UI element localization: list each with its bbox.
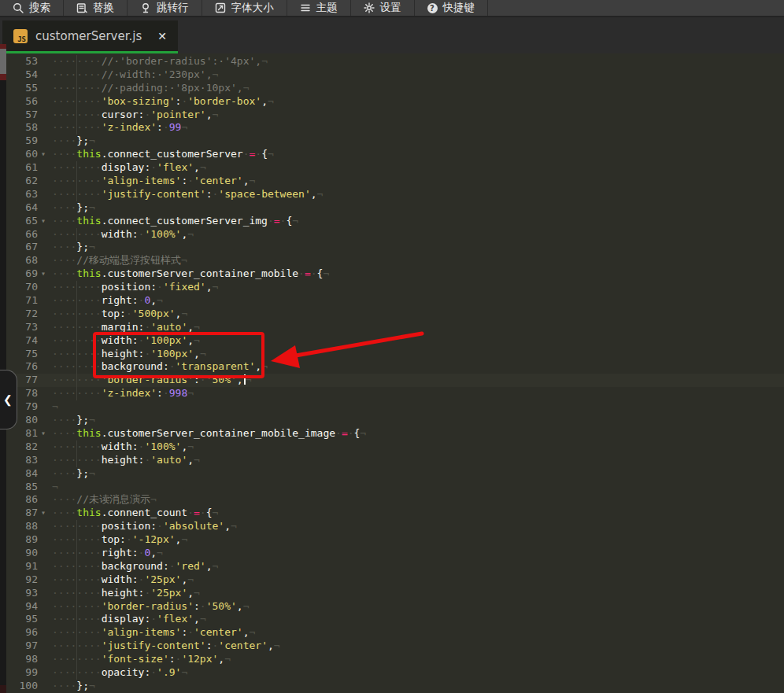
code-text: ····};¬ [49,135,784,148]
code-line-91[interactable]: 91········background:·'red',¬ [6,560,784,573]
code-line-93[interactable]: 93········height:·'25px',¬ [6,587,784,600]
code-line-53[interactable]: 53········//·'border-radius':·'4px',¬ [6,55,784,68]
theme-button[interactable]: 主题 [287,0,351,16]
line-number: 85 [6,481,49,494]
code-line-89[interactable]: 89········top:·'-12px',¬ [6,533,784,547]
fold-arrow-icon[interactable]: ▾ [38,215,49,228]
code-line-55[interactable]: 55········//·padding:·'8px·10px',¬ [6,82,784,95]
code-line-65[interactable]: 65▾····this.connect_customerServer_img·=… [6,215,784,228]
code-line-82[interactable]: 82········width:·'100%',¬ [6,440,784,454]
fold-arrow-icon[interactable]: ▾ [38,427,49,440]
fold-arrow-icon[interactable]: ▾ [38,267,49,281]
code-text: ········//·padding:·'8px·10px',¬ [49,82,784,95]
code-editor[interactable]: 53········//·'border-radius':·'4px',¬54·… [6,55,784,693]
code-line-84[interactable]: 84····};¬ [6,467,784,481]
code-line-86[interactable]: 86····//未读消息演示¬ [6,493,784,507]
code-line-99[interactable]: 99········opacity:·'.9'¬ [6,666,784,680]
code-text: ········top:·'-12px',¬ [49,533,784,547]
code-line-77[interactable]: 77········'border-radius':·'50%',¬ [6,374,784,387]
code-text: ········'z-index':·99¬ [49,121,784,135]
code-text: ····this.connect_customerServer_img·=·{¬ [49,215,784,228]
line-number: 55 [6,82,49,95]
code-text: ········height:·'25px',¬ [49,587,784,600]
code-line-56[interactable]: 56········'box-sizing':·'border-box',¬ [6,95,784,109]
tab-close-icon[interactable]: ✕ [157,30,167,42]
code-line-61[interactable]: 61········display:·'flex',¬ [6,161,784,175]
js-file-icon: JS [13,29,28,43]
toolbar-label-replace: 替换 [93,1,114,15]
code-text: ········//·width:·'230px',¬ [49,68,784,82]
code-line-94[interactable]: 94········'border-radius':·'50%',¬ [6,600,784,614]
code-line-88[interactable]: 88········position:·'absolute',¬ [6,520,784,533]
code-text: ········cursor:·'pointer',¬ [49,109,784,122]
line-number: 56 [6,95,49,109]
scrollbar-thumb[interactable] [0,49,6,74]
line-number: 96 [6,626,49,640]
code-text: ····this.connect_customerServer·=·{¬ [49,148,784,161]
goto-line-button[interactable]: 跳转行 [128,0,202,16]
code-line-75[interactable]: 75········height:·'100px',¬ [6,348,784,361]
code-line-70[interactable]: 70········position:·'fixed',¬ [6,281,784,294]
code-line-64[interactable]: 64····};¬ [6,201,784,215]
code-line-68[interactable]: 68····//移动端悬浮按钮样式¬ [6,254,784,267]
code-line-58[interactable]: 58········'z-index':·99¬ [6,121,784,135]
code-line-97[interactable]: 97········'justify-content':·'center',¬ [6,640,784,653]
code-line-92[interactable]: 92········width:·'25px',¬ [6,573,784,587]
fold-arrow-icon[interactable]: ▾ [38,507,49,520]
code-line-79[interactable]: 79¬ [6,400,784,414]
goto-line-icon [140,2,151,13]
toolbar-label-search: 搜索 [29,1,50,15]
line-number: 70 [6,281,49,294]
font-size-button[interactable]: 字体大小 [202,0,287,16]
code-line-85[interactable]: 85¬ [6,481,784,494]
code-line-60[interactable]: 60▾····this.connect_customerServer·=·{¬ [6,148,784,161]
code-line-90[interactable]: 90········right:·0,¬ [6,547,784,560]
code-text: ····};¬ [49,467,784,481]
code-line-80[interactable]: 80····};¬ [6,414,784,427]
search-button[interactable]: 搜索 [0,0,64,16]
code-line-98[interactable]: 98········'font-size':·'12px',¬ [6,653,784,666]
code-line-57[interactable]: 57········cursor:·'pointer',¬ [6,109,784,122]
code-text: ········width:·'25px',¬ [49,573,784,587]
settings-button[interactable]: 设置 [351,0,415,16]
search-icon [13,2,24,13]
chevron-left-icon: ❮ [0,393,13,406]
code-line-54[interactable]: 54········//·width:·'230px',¬ [6,68,784,82]
shortcuts-button[interactable]: ? 快捷键 [415,0,489,16]
code-line-69[interactable]: 69▾····this.customerServer_container_mob… [6,267,784,281]
code-line-95[interactable]: 95········display:·'flex',¬ [6,613,784,626]
code-line-81[interactable]: 81▾····this.customerServer_container_mob… [6,427,784,440]
code-line-67[interactable]: 67····};¬ [6,241,784,254]
code-line-72[interactable]: 72········top:·'500px',¬ [6,308,784,321]
code-text: ····};¬ [49,414,784,427]
code-line-76[interactable]: 76········background:·'transparent',¬ [6,360,784,374]
code-line-96[interactable]: 96········'align-items':·'center',¬ [6,626,784,640]
code-text: ········//·'border-radius':·'4px',¬ [49,55,784,68]
code-text: ········background:·'red',¬ [49,560,784,573]
code-line-62[interactable]: 62········'align-items':·'center',¬ [6,175,784,188]
replace-button[interactable]: 替换 [64,0,128,16]
code-line-63[interactable]: 63········'justify-content':·'space-betw… [6,188,784,201]
code-line-87[interactable]: 87▾····this.connent_count·=·{¬ [6,507,784,520]
replace-icon [76,2,87,13]
code-line-66[interactable]: 66········width:·'100%',¬ [6,228,784,241]
code-line-78[interactable]: 78········'z-index':·998¬ [6,387,784,400]
code-line-83[interactable]: 83········height:·'auto',¬ [6,454,784,467]
sidebar-collapse-handle[interactable]: ❮ [0,370,17,429]
code-text: ¬ [49,481,784,494]
tab-customerserver-js[interactable]: JS customerServer.js ✕ [2,20,178,53]
code-text: ········top:·'500px',¬ [49,308,784,321]
code-line-59[interactable]: 59····};¬ [6,135,784,148]
code-text: ········'align-items':·'center',¬ [49,175,784,188]
tab-filename: customerServer.js [35,29,142,43]
code-text: ········width:·'100%',¬ [49,228,784,241]
toolbar-label-theme: 主题 [316,1,338,15]
code-line-74[interactable]: 74········width:·'100px',¬ [6,334,784,348]
line-number: 84 [6,467,49,481]
code-line-100[interactable]: 100····};¬ [6,680,784,693]
code-text: ········right:·0,¬ [49,294,784,308]
fold-arrow-icon[interactable]: ▾ [38,148,49,161]
code-line-71[interactable]: 71········right:·0,¬ [6,294,784,308]
code-line-73[interactable]: 73········margin:·'auto',¬ [6,321,784,334]
code-text: ····//移动端悬浮按钮样式¬ [49,254,784,267]
